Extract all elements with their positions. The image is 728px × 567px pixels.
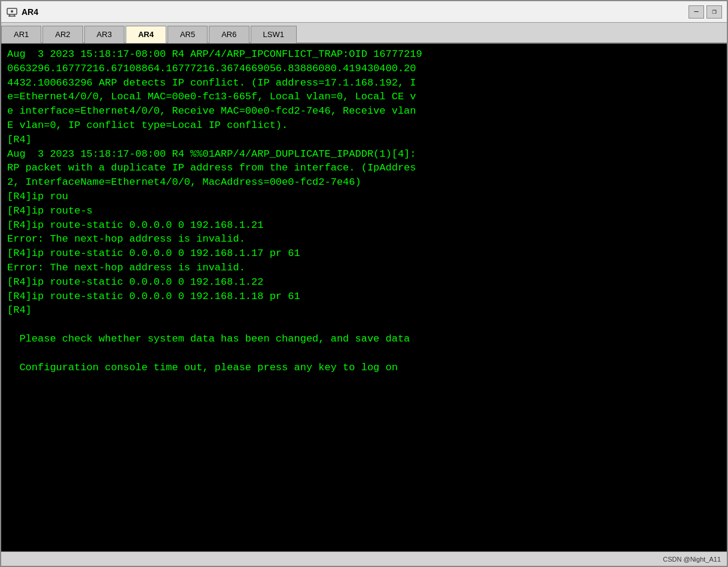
terminal-line: Error: The next-hop address is invalid.	[7, 261, 721, 275]
restore-button[interactable]: ❐	[706, 5, 722, 19]
title-bar: AR4 — ❐	[1, 1, 727, 23]
terminal-output[interactable]: Aug 3 2023 15:18:17-08:00 R4 ARP/4/ARP_I…	[1, 44, 727, 551]
terminal-line: [R4]	[7, 303, 721, 318]
terminal-line: E vlan=0, IP conflict type=Local IP conf…	[7, 118, 721, 133]
terminal-line: e=Ethernet4/0/0, Local MAC=00e0-fc13-665…	[7, 90, 721, 104]
tab-lsw1[interactable]: LSW1	[251, 26, 297, 43]
tab-bar: AR1AR2AR3AR4AR5AR6LSW1	[1, 23, 727, 44]
minimize-button[interactable]: —	[689, 5, 704, 19]
window-title: AR4	[22, 7, 38, 17]
terminal-line: [R4]ip route-static 0.0.0.0 0 192.168.1.…	[7, 289, 721, 304]
terminal-line: [R4]ip route-s	[7, 204, 721, 218]
svg-point-4	[11, 10, 13, 13]
terminal-line: e interface=Ethernet4/0/0, Receive MAC=0…	[7, 104, 721, 118]
terminal-line: 4432.100663296 ARP detects IP conflict. …	[7, 76, 721, 90]
terminal-line: Please check whether system data has bee…	[7, 332, 721, 346]
terminal-line: [R4]ip rou	[7, 190, 721, 204]
terminal-line: Configuration console time out, please p…	[7, 361, 721, 375]
status-text: CSDN @Night_A11	[663, 556, 721, 563]
tab-ar1[interactable]: AR1	[1, 26, 41, 43]
terminal-line: Aug 3 2023 15:18:17-08:00 R4 ARP/4/ARP_I…	[7, 47, 721, 62]
main-window: AR4 — ❐ AR1AR2AR3AR4AR5AR6LSW1 Aug 3 202…	[0, 0, 728, 567]
terminal-line: 2, InterfaceName=Ethernet4/0/0, MacAddre…	[7, 175, 721, 190]
terminal-line: [R4]ip route-static 0.0.0.0 0 192.168.1.…	[7, 246, 721, 261]
terminal-line: Error: The next-hop address is invalid.	[7, 232, 721, 246]
app-icon	[6, 6, 18, 18]
terminal-line: RP packet with a duplicate IP address fr…	[7, 161, 721, 175]
tab-ar6[interactable]: AR6	[209, 26, 249, 43]
title-bar-left: AR4	[6, 6, 38, 18]
terminal-line	[7, 318, 721, 332]
tab-ar5[interactable]: AR5	[167, 26, 208, 43]
title-bar-controls: — ❐	[689, 5, 722, 19]
terminal-line: [R4]	[7, 133, 721, 147]
tab-ar3[interactable]: AR3	[84, 26, 124, 43]
status-bar: CSDN @Night_A11	[1, 551, 727, 566]
terminal-line: [R4]ip route-static 0.0.0.0 0 192.168.1.…	[7, 218, 721, 233]
terminal-line	[7, 346, 721, 361]
tab-ar4[interactable]: AR4	[126, 26, 166, 43]
terminal-line: 0663296.16777216.67108864.16777216.36746…	[7, 62, 721, 76]
terminal-line: [R4]ip route-static 0.0.0.0 0 192.168.1.…	[7, 275, 721, 289]
tab-ar2[interactable]: AR2	[42, 26, 83, 43]
terminal-line: Aug 3 2023 15:18:17-08:00 R4 %%01ARP/4/A…	[7, 147, 721, 161]
